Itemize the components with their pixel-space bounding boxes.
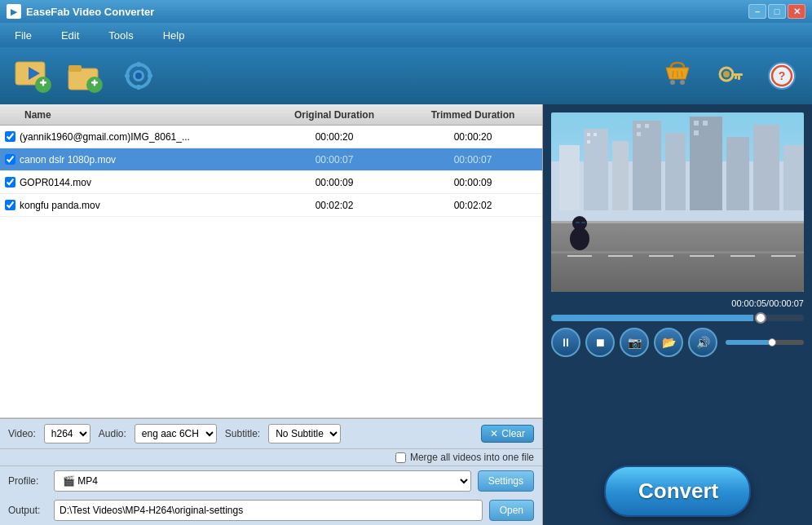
toolbar-right: ?	[660, 58, 800, 94]
merge-checkbox[interactable]	[395, 452, 406, 463]
row-name-2: GOPR0144.mov	[20, 177, 265, 188]
video-label: Video:	[8, 428, 36, 439]
profile-select[interactable]: 🎬 MP4	[54, 470, 471, 492]
svg-rect-39	[753, 125, 779, 210]
menu-file[interactable]: File	[8, 26, 38, 45]
profile-row: Profile: 🎬 MP4 Settings	[0, 465, 542, 496]
svg-point-12	[135, 73, 142, 79]
row-checkbox-2[interactable]	[0, 177, 20, 188]
menu-edit[interactable]: Edit	[55, 26, 86, 45]
settings-toolbar-icon	[118, 55, 159, 96]
seek-thumb[interactable]	[755, 312, 766, 324]
shop-icon[interactable]	[660, 58, 695, 94]
row-original-2: 00:00:09	[265, 177, 404, 188]
svg-rect-59	[551, 221, 804, 223]
svg-rect-9	[94, 80, 96, 86]
svg-rect-52	[567, 255, 592, 257]
svg-rect-24	[731, 73, 743, 76]
audio-select[interactable]: eng aac 6CH	[135, 424, 217, 443]
row-checkbox-0[interactable]	[0, 131, 20, 142]
row-trimmed-0: 00:00:20	[404, 131, 542, 143]
settings-toolbar-button[interactable]	[118, 55, 159, 96]
open-file-button[interactable]: 📂	[654, 328, 683, 357]
svg-rect-47	[694, 121, 699, 126]
file-panel: Name Original Duration Trimmed Duration …	[0, 104, 543, 525]
app-title: EaseFab Video Converter	[26, 6, 154, 18]
add-video-icon	[12, 55, 53, 96]
seek-bar-container	[551, 315, 804, 321]
menu-help[interactable]: Help	[157, 26, 192, 45]
title-bar: ▶ EaseFab Video Converter – □ ✕	[0, 0, 812, 23]
settings-button[interactable]: Settings	[478, 470, 534, 492]
row-checkbox-1[interactable]	[0, 154, 20, 165]
clear-x-icon: ✕	[490, 428, 498, 439]
menu-bar: File Edit Tools Help	[0, 23, 812, 47]
bottom-controls: Video: h264 Audio: eng aac 6CH Subtitle:…	[0, 418, 542, 525]
svg-text:?: ?	[779, 69, 786, 82]
table-row[interactable]: canon dslr 1080p.mov 00:00:07 00:00:07	[0, 148, 542, 171]
merge-label[interactable]: Merge all videos into one file	[395, 452, 534, 463]
svg-rect-13	[137, 62, 140, 67]
add-folder-button[interactable]	[65, 55, 106, 96]
svg-rect-14	[137, 85, 140, 90]
svg-rect-43	[587, 140, 590, 143]
maximize-button[interactable]: □	[768, 4, 786, 19]
screenshot-button[interactable]: 📷	[620, 328, 649, 357]
row-name-1: canon dslr 1080p.mov	[20, 154, 265, 165]
row-original-1: 00:00:07	[265, 154, 404, 165]
svg-rect-34	[612, 141, 629, 210]
svg-rect-38	[726, 137, 749, 210]
row-original-3: 00:02:02	[265, 200, 404, 211]
app-icon: ▶	[7, 4, 21, 19]
volume-button[interactable]: 🔊	[688, 328, 717, 357]
seek-bar[interactable]	[551, 315, 804, 321]
subtitle-select[interactable]: No Subtitle	[268, 424, 341, 443]
svg-rect-42	[594, 133, 597, 136]
svg-rect-46	[637, 132, 641, 136]
svg-rect-63	[581, 222, 585, 223]
svg-rect-32	[559, 145, 580, 210]
output-path-input[interactable]	[54, 500, 483, 521]
svg-rect-58	[551, 223, 804, 229]
table-row[interactable]: (yannik1960@gmail.com)IMG_8061_... 00:00…	[0, 126, 542, 148]
svg-rect-25	[738, 76, 740, 80]
video-select[interactable]: h264	[44, 424, 90, 443]
key-icon[interactable]	[712, 58, 748, 94]
svg-rect-56	[730, 255, 755, 257]
svg-rect-53	[608, 255, 633, 257]
add-folder-icon	[65, 55, 106, 96]
title-bar-controls: – □ ✕	[748, 4, 805, 19]
column-name: Name	[0, 109, 265, 121]
audio-video-row: Video: h264 Audio: eng aac 6CH Subtitle:…	[0, 419, 542, 449]
minimize-button[interactable]: –	[748, 4, 766, 19]
stop-button[interactable]: ⏹	[585, 328, 615, 357]
svg-rect-55	[690, 255, 714, 257]
svg-rect-26	[735, 76, 737, 79]
svg-rect-16	[148, 74, 152, 77]
preview-panel: 00:00:05/00:00:07 ⏸ ⏹ 📷 📂 🔊 Convert	[543, 104, 812, 525]
pause-button[interactable]: ⏸	[551, 328, 580, 357]
svg-rect-15	[125, 74, 130, 77]
profile-label: Profile:	[8, 475, 47, 487]
convert-button[interactable]: Convert	[604, 465, 751, 517]
add-video-button[interactable]	[12, 55, 53, 96]
svg-rect-41	[587, 133, 590, 136]
clear-button[interactable]: ✕ Clear	[481, 425, 534, 443]
svg-point-17	[670, 80, 675, 85]
svg-point-18	[680, 80, 685, 85]
table-header: Name Original Duration Trimmed Duration	[0, 104, 542, 126]
preview-video	[551, 112, 804, 292]
svg-rect-49	[694, 130, 699, 135]
help-icon[interactable]: ?	[764, 58, 800, 94]
menu-tools[interactable]: Tools	[102, 26, 139, 45]
open-folder-button[interactable]: Open	[489, 500, 534, 521]
svg-rect-44	[637, 124, 641, 128]
toolbar: ?	[0, 47, 812, 104]
table-row[interactable]: GOPR0144.mov 00:00:09 00:00:09	[0, 171, 542, 194]
close-button[interactable]: ✕	[788, 4, 805, 19]
table-row[interactable]: kongfu panda.mov 00:02:02 00:02:02	[0, 194, 542, 217]
volume-bar[interactable]	[726, 340, 804, 345]
row-trimmed-3: 00:02:02	[404, 200, 542, 211]
svg-rect-40	[783, 145, 804, 210]
row-checkbox-3[interactable]	[0, 200, 20, 210]
